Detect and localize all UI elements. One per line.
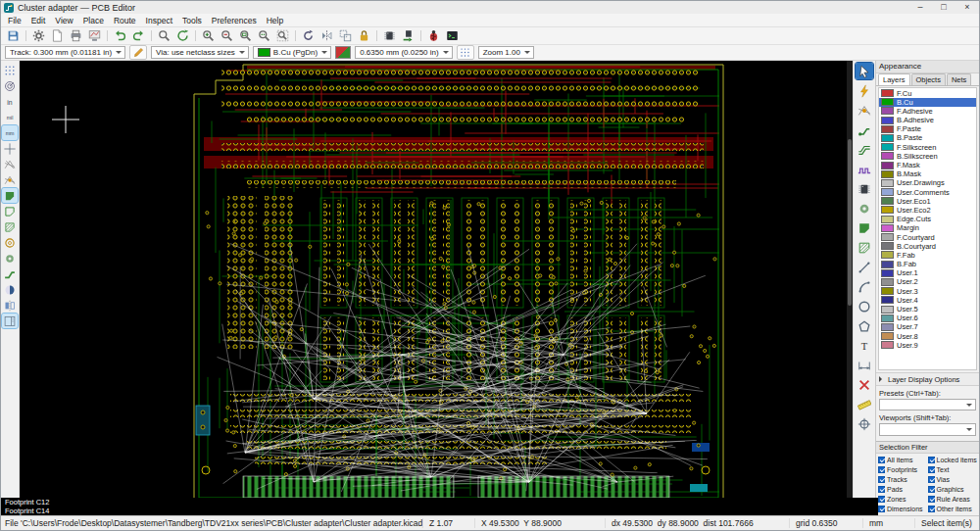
layer-row[interactable]: User.8 [879, 332, 976, 341]
layer-color-swatch[interactable] [881, 251, 894, 259]
local-ratsnest-tool[interactable] [856, 102, 873, 119]
script-console-button[interactable] [443, 28, 462, 43]
toolbar-button[interactable] [104, 28, 111, 43]
rule-area-tool[interactable] [856, 239, 873, 256]
layer-color-swatch[interactable] [881, 314, 894, 322]
layer-row[interactable]: B.Cu [879, 98, 976, 107]
zoom-in-button[interactable] [199, 28, 218, 43]
selection-filter-item[interactable]: Pads [878, 485, 928, 494]
menu-item[interactable]: Place [78, 16, 109, 25]
zoom-fit-button[interactable] [236, 28, 255, 43]
selection-filter-item[interactable]: Graphics [928, 485, 978, 494]
layer-row[interactable]: B.Adhesive [879, 116, 976, 124]
viewports-select[interactable] [879, 423, 976, 436]
grid-visibility-button[interactable] [2, 63, 18, 77]
menu-item[interactable]: File [3, 16, 26, 25]
layer-color-swatch[interactable] [881, 242, 894, 250]
track-width-select[interactable]: Track: 0.300 mm (0.01181 in) [5, 46, 125, 59]
curved-ratsnest-button[interactable] [2, 172, 18, 187]
layer-color-swatch[interactable] [881, 98, 894, 106]
layers-panel-toggle-button[interactable] [2, 314, 18, 328]
layer-row[interactable]: User.4 [879, 296, 976, 305]
selection-filter-item[interactable]: All items [878, 456, 928, 464]
layer-color-swatch[interactable] [881, 125, 894, 133]
appearance-tab[interactable]: Layers [878, 73, 910, 85]
drc-button[interactable] [424, 28, 443, 43]
route-diff-pair-tool[interactable] [856, 141, 873, 158]
selection-filter-item[interactable]: Locked items [928, 456, 978, 464]
presets-select[interactable] [879, 399, 976, 411]
zones-filled-button[interactable] [2, 188, 18, 203]
zoom-out-button[interactable] [218, 28, 236, 43]
tracks-outline-button[interactable] [2, 266, 18, 281]
layer-row[interactable]: User.3 [879, 287, 976, 296]
zones-outline-button[interactable] [2, 219, 18, 234]
grid-settings-button[interactable] [457, 45, 474, 60]
canvas-vscrollbar[interactable] [847, 61, 853, 498]
draw-circle-tool[interactable] [856, 298, 873, 314]
crosshair-style-button[interactable] [2, 141, 18, 156]
selection-filter-item[interactable]: Dimensions [878, 505, 928, 513]
edit-track-widths-button[interactable] [129, 45, 147, 60]
checkbox-icon[interactable] [878, 466, 885, 473]
print-button[interactable] [67, 28, 85, 43]
layer-row[interactable]: B.Silkscreen [879, 152, 976, 161]
place-text-tool[interactable] [856, 337, 873, 354]
layer-row[interactable]: User.7 [879, 322, 976, 331]
layer-row[interactable]: F.Adhesive [879, 107, 976, 116]
toolbar-button[interactable] [417, 28, 424, 43]
layer-row[interactable]: F.Cu [879, 88, 976, 97]
selection-filter-item[interactable]: Rule Areas [928, 495, 978, 504]
layer-pair-toggle[interactable] [335, 46, 351, 59]
pcb-board-view[interactable] [20, 61, 858, 504]
minimize-button[interactable]: – [908, 1, 932, 14]
layer-color-swatch[interactable] [881, 117, 894, 124]
checkbox-icon[interactable] [928, 506, 935, 512]
toolbar-button[interactable] [148, 28, 155, 43]
place-dimension-tool[interactable] [856, 357, 873, 373]
layer-row[interactable]: Edge.Cuts [879, 215, 976, 223]
tune-length-tool[interactable] [856, 161, 873, 177]
units-inches-button[interactable] [2, 94, 18, 109]
checkbox-icon[interactable] [878, 486, 885, 493]
lock-button[interactable] [355, 28, 373, 43]
zoom-select[interactable]: Zoom 1.00 [478, 46, 534, 59]
layer-color-swatch[interactable] [881, 278, 894, 286]
active-layer-select[interactable]: B.Cu (PgDn) [253, 46, 331, 59]
layer-color-swatch[interactable] [881, 89, 894, 97]
layer-color-swatch[interactable] [881, 341, 894, 349]
layer-color-swatch[interactable] [881, 206, 894, 214]
polar-coordinates-button[interactable] [2, 78, 18, 93]
layer-color-swatch[interactable] [881, 306, 894, 314]
menu-item[interactable]: Inspect [141, 16, 177, 25]
layer-color-swatch[interactable] [881, 332, 894, 340]
mirror-button[interactable] [318, 28, 336, 43]
measure-tool[interactable] [856, 396, 873, 412]
checkbox-icon[interactable] [928, 466, 935, 473]
toolbar-button[interactable] [373, 28, 380, 43]
selection-filter-item[interactable]: Footprints [878, 465, 928, 474]
page-settings-button[interactable] [48, 28, 67, 43]
save-button[interactable] [4, 28, 23, 43]
refresh-button[interactable] [173, 28, 192, 43]
vias-outline-button[interactable] [2, 251, 18, 266]
high-contrast-button[interactable] [2, 282, 18, 297]
layer-row[interactable]: User.9 [879, 341, 976, 350]
menu-item[interactable]: Edit [26, 16, 51, 25]
find-button[interactable] [155, 28, 173, 43]
checkbox-icon[interactable] [878, 506, 885, 512]
draw-arc-tool[interactable] [856, 278, 873, 295]
layer-row[interactable]: Margin [879, 223, 976, 232]
layer-color-swatch[interactable] [881, 261, 894, 268]
selection-filter-item[interactable]: Zones [878, 495, 928, 504]
layer-color-swatch[interactable] [881, 296, 894, 304]
selection-filter-item[interactable]: Vias [928, 475, 978, 484]
checkbox-icon[interactable] [928, 496, 935, 503]
zoom-selection-button[interactable] [273, 28, 292, 43]
layer-color-swatch[interactable] [881, 170, 894, 178]
layer-color-swatch[interactable] [881, 107, 894, 115]
draw-polygon-tool[interactable] [856, 317, 873, 334]
layer-row[interactable]: User.Drawings [879, 178, 976, 187]
redo-button[interactable] [129, 28, 148, 43]
update-pcb-button[interactable] [399, 28, 417, 43]
